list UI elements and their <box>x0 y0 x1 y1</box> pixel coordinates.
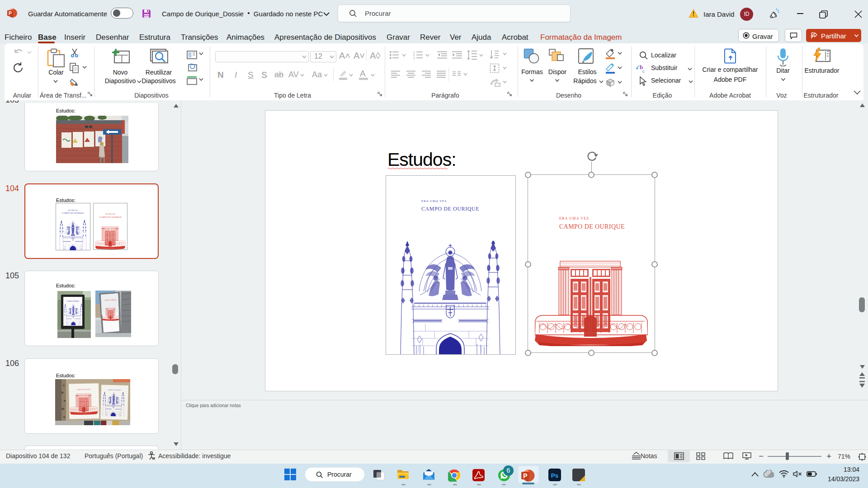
svg-text:3: 3 <box>413 56 415 60</box>
svg-text:CAMPO DE OURIQUE: CAMPO DE OURIQUE <box>77 389 91 391</box>
svg-text:CAMPO DE OURIQUE: CAMPO DE OURIQUE <box>61 212 84 214</box>
svg-text:CAMPO DE OURIQUE: CAMPO DE OURIQUE <box>99 216 121 218</box>
svg-text:P: P <box>523 473 527 479</box>
svg-text:ERA UMA VEZ: ERA UMA VEZ <box>68 210 77 211</box>
svg-text:c: c <box>642 68 645 74</box>
svg-text:CAMPO OURIQUE: CAMPO OURIQUE <box>66 300 79 302</box>
svg-text:CAMPO DE OURIQUE: CAMPO DE OURIQUE <box>108 389 121 391</box>
svg-text:ERA UMA VEZ: ERA UMA VEZ <box>105 213 115 215</box>
svg-text:P: P <box>9 10 12 16</box>
svg-text:Ps: Ps <box>551 472 558 479</box>
